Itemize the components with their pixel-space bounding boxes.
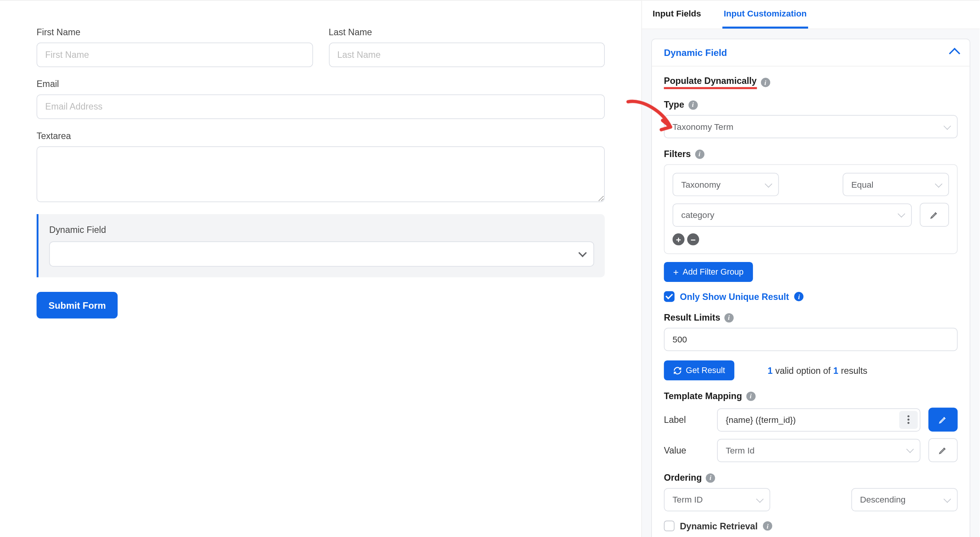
last-name-input[interactable] <box>328 43 604 67</box>
ordering-label: Ordering i <box>664 473 957 483</box>
svg-point-0 <box>908 415 910 417</box>
mapping-label-input[interactable] <box>717 408 920 431</box>
type-label: Type i <box>664 100 957 110</box>
mapping-value-edit-button[interactable] <box>928 438 957 462</box>
refresh-icon <box>673 366 682 375</box>
panel-header[interactable]: Dynamic Field <box>652 39 970 65</box>
mapping-value-field-label: Value <box>664 445 709 455</box>
chevron-down-icon <box>765 180 773 187</box>
tab-input-fields[interactable]: Input Fields <box>651 1 702 29</box>
result-limits-label: Result Limits i <box>664 313 957 323</box>
filter-group: Taxonomy Equal category <box>664 164 957 254</box>
sidebar: Input Fields Input Customization Dynamic… <box>642 1 980 537</box>
add-filter-group-button[interactable]: + Add Filter Group <box>664 262 753 282</box>
checkbox-checked-icon <box>664 291 675 302</box>
mapping-value-select[interactable]: Term Id <box>717 439 920 462</box>
info-icon[interactable]: i <box>706 473 715 482</box>
filter-value-select[interactable]: category <box>673 203 912 226</box>
panel-title: Dynamic Field <box>664 47 727 58</box>
info-icon[interactable]: i <box>746 391 755 401</box>
pen-icon <box>930 210 939 219</box>
chevron-up-icon <box>949 48 960 59</box>
mapping-label-field-label: Label <box>664 414 709 424</box>
ordering-by-select[interactable]: Term ID <box>664 488 770 511</box>
pen-icon <box>938 445 947 455</box>
dynamic-field-card[interactable]: Dynamic Field <box>36 214 604 277</box>
filter-field-select[interactable]: Taxonomy <box>673 173 779 196</box>
chevron-down-icon <box>898 210 905 218</box>
email-label: Email <box>36 79 604 89</box>
info-icon[interactable]: i <box>761 78 770 87</box>
first-name-label: First Name <box>36 27 312 37</box>
result-limits-input[interactable] <box>664 328 957 351</box>
tabs: Input Fields Input Customization <box>642 1 980 29</box>
chevron-down-icon <box>935 180 942 187</box>
svg-point-1 <box>908 419 910 421</box>
filter-operator-select[interactable]: Equal <box>843 173 949 196</box>
chevron-down-icon <box>756 495 764 503</box>
chevron-down-icon <box>944 122 951 129</box>
chevron-down-icon <box>944 495 951 503</box>
dynamic-field-select[interactable] <box>49 241 594 267</box>
type-select[interactable]: Taxonomy Term <box>664 115 957 138</box>
add-filter-button[interactable]: + <box>673 233 684 245</box>
textarea-label: Textarea <box>36 131 604 141</box>
last-name-label: Last Name <box>328 27 604 37</box>
info-icon[interactable]: i <box>763 521 772 530</box>
result-status: 1 valid option of 1 results <box>768 365 867 375</box>
populate-dynamically-heading: Populate Dynamically i <box>664 76 957 89</box>
form-canvas: First Name Last Name Email Textarea Dyna… <box>0 1 642 537</box>
checkbox-icon <box>664 521 675 531</box>
email-input[interactable] <box>36 95 604 119</box>
dynamic-field-panel: Dynamic Field Populate Dynamically i Typ… <box>651 39 970 537</box>
info-icon[interactable]: i <box>794 292 804 301</box>
info-icon[interactable]: i <box>695 149 704 159</box>
ordering-dir-select[interactable]: Descending <box>851 488 958 511</box>
chevron-down-icon <box>578 248 587 257</box>
textarea-input[interactable] <box>36 146 604 202</box>
unique-result-checkbox-row[interactable]: Only Show Unique Result i <box>664 291 957 302</box>
info-icon[interactable]: i <box>688 100 697 109</box>
plus-icon: + <box>673 267 679 277</box>
chevron-down-icon <box>906 445 914 453</box>
tab-input-customization[interactable]: Input Customization <box>722 1 808 29</box>
mapping-label-edit-button[interactable] <box>928 408 957 431</box>
first-name-input[interactable] <box>36 43 312 67</box>
pen-icon <box>938 415 947 424</box>
template-mapping-label: Template Mapping i <box>664 391 957 401</box>
info-icon[interactable]: i <box>724 313 733 322</box>
dynamic-retrieval-checkbox-row[interactable]: Dynamic Retrieval i <box>664 521 957 531</box>
submit-button[interactable]: Submit Form <box>36 292 118 318</box>
shortcode-button[interactable] <box>899 411 918 429</box>
dots-vertical-icon <box>907 415 910 424</box>
get-result-button[interactable]: Get Result <box>664 360 734 380</box>
svg-point-2 <box>908 422 910 424</box>
filters-label: Filters i <box>664 149 957 159</box>
filter-edit-button[interactable] <box>920 203 949 226</box>
dynamic-field-label: Dynamic Field <box>49 225 594 235</box>
remove-filter-button[interactable]: − <box>687 233 699 245</box>
type-select-value: Taxonomy Term <box>673 122 733 132</box>
